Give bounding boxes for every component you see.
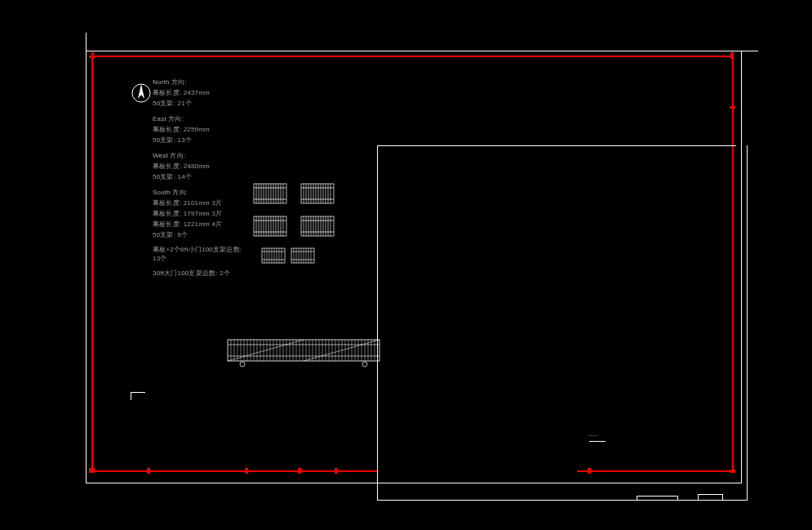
fence-east	[732, 56, 734, 472]
fence-panel-small-icon	[261, 245, 286, 266]
north-panel-len: 幕板长度: 2437mm	[153, 87, 242, 98]
fence-west	[91, 56, 93, 472]
building-outline-left	[377, 145, 378, 501]
building-outline-right	[747, 145, 748, 501]
fence-north	[91, 56, 734, 57]
fence-panel-icon	[253, 180, 287, 207]
south-row2: 幕板长度: 1797mm 3片	[153, 208, 242, 219]
frame-left-extension	[86, 33, 87, 51]
post	[730, 106, 735, 109]
post	[335, 468, 338, 474]
post	[298, 468, 301, 474]
big-gate-note: 30ft大门100支架总数: 2个	[153, 268, 242, 278]
building-outline-top	[377, 145, 736, 146]
frame-top-extension	[740, 51, 758, 51]
south-gate-opening	[371, 470, 583, 473]
gate-post	[577, 470, 583, 472]
fence-panel-small-icon	[291, 245, 315, 266]
left-step	[131, 392, 131, 400]
building-step	[677, 496, 678, 501]
south-row1: 幕板长度: 2101mm 3片	[153, 198, 242, 208]
post	[245, 468, 248, 474]
post	[730, 52, 734, 59]
post	[730, 470, 735, 473]
south-bracket: 50支架: 8个	[153, 229, 242, 240]
post	[89, 468, 95, 473]
south-header: South 方向:	[153, 187, 242, 198]
post	[147, 468, 150, 474]
fence-panel-icon	[300, 212, 335, 240]
west-panel-len: 幕板长度: 2480mm	[153, 161, 242, 171]
north-bracket: 50支架: 21个	[153, 98, 242, 109]
svg-point-134	[362, 362, 367, 367]
west-header: West 方向:	[153, 150, 242, 161]
building-step	[722, 494, 723, 501]
misc-mark	[589, 441, 606, 442]
north-arrow-icon	[131, 82, 152, 104]
building-step	[698, 494, 699, 501]
small-gate-note: 幕板+2个6ft小门100支架总数: 13个	[153, 245, 242, 263]
fence-panel-icon	[300, 180, 335, 207]
east-header: East 方向:	[153, 114, 242, 124]
east-panel-len: 幕板长度: 2259mm	[153, 124, 242, 135]
large-gate-icon	[226, 333, 381, 367]
left-step	[131, 392, 145, 393]
building-step	[698, 494, 722, 495]
building-outline-bottom	[377, 500, 748, 501]
north-header: North 方向:	[153, 77, 242, 87]
south-row3: 幕板长度: 1221mm 4片	[153, 219, 242, 229]
cad-canvas: —— North 方向: 幕板长度: 2437mm 50支架: 21个 East…	[0, 0, 812, 530]
notes-block: North 方向: 幕板长度: 2437mm 50支架: 21个 East 方向…	[153, 77, 242, 278]
misc-label: ——	[588, 433, 597, 438]
building-step	[637, 496, 637, 501]
svg-line-131	[228, 340, 304, 361]
post	[89, 56, 95, 58]
svg-point-133	[240, 362, 245, 367]
west-bracket: 50支架: 14个	[153, 171, 242, 182]
post	[588, 468, 591, 474]
fence-panel-icon	[253, 212, 287, 240]
building-step	[637, 496, 677, 497]
east-bracket: 50支架: 13个	[153, 135, 242, 145]
